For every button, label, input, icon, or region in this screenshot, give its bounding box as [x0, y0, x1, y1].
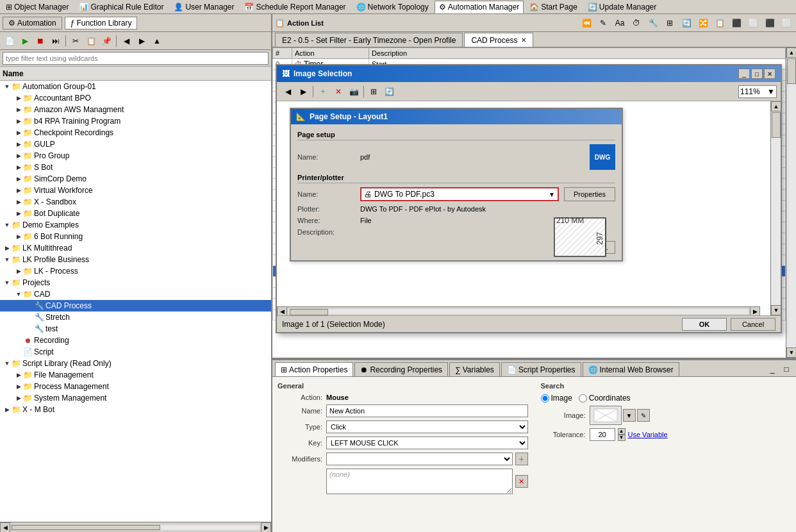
expander-icon[interactable]: ▶ [14, 128, 23, 137]
expander-icon[interactable]: ▼ [3, 278, 12, 287]
expander-icon[interactable]: ▶ [14, 232, 23, 241]
dialog-maximize-btn[interactable]: □ [751, 69, 763, 79]
tree-item-automation-group-01[interactable]: ▼ 📁 Automation Group-01 [0, 81, 271, 92]
expander-icon[interactable]: ▼ [3, 220, 12, 229]
tab-graphical-rule-editor[interactable]: 📊 Graphical Rule Editor [74, 1, 168, 13]
tree-item-simcorp[interactable]: ▶ 📁 SimCorp Demo [0, 173, 271, 185]
left-panel-scrollbar-h[interactable]: ◀ ▶ [0, 522, 271, 532]
expander-icon[interactable]: ▶ [3, 244, 12, 253]
type-select[interactable]: Click [326, 420, 528, 433]
tree-item-file-management[interactable]: ▶ 📁 File Management [0, 369, 271, 381]
action-toolbar-btn5[interactable]: 🔧 [646, 16, 660, 30]
forward-btn[interactable]: ▶ [135, 34, 149, 48]
tab-cad-process[interactable]: CAD Process ✕ [464, 33, 533, 47]
tab-object-manager[interactable]: ⊞ Object Manager [1, 1, 73, 13]
tab-variables[interactable]: ∑ Variables [449, 362, 500, 376]
delete-modifier-btn[interactable]: ✕ [515, 475, 528, 488]
stop-btn[interactable]: ⏹ [33, 34, 47, 48]
expander-icon[interactable]: ▶ [14, 94, 23, 103]
action-toolbar-btn2[interactable]: ✎ [596, 16, 610, 30]
use-variable-link[interactable]: Use Variable [628, 431, 668, 438]
action-toolbar-btn3[interactable]: Aa [613, 16, 627, 30]
dialog-scrollbar-v[interactable]: ▲ ▼ [770, 101, 781, 315]
tree-item-amazon-aws[interactable]: ▶ 📁 Amazon AWS Managment [0, 104, 271, 115]
paste-btn[interactable]: 📌 [99, 34, 113, 48]
dialog-select-btn[interactable]: ⊞ [367, 85, 381, 99]
expander-icon[interactable]: ▶ [14, 174, 23, 183]
tab-e2-filter[interactable]: E2 - 0.5 - Set Filter - Early Timezone -… [275, 33, 463, 47]
expander-icon[interactable]: ▶ [14, 105, 23, 114]
add-modifier-btn[interactable]: + [515, 453, 528, 465]
modifier-text[interactable]: (none) [326, 469, 513, 494]
scroll-left-btn[interactable]: ◀ [0, 522, 10, 533]
expander-icon[interactable]: ▶ [14, 382, 23, 391]
scroll-right-dialog[interactable]: ▶ [750, 306, 760, 316]
copy-btn[interactable]: 📋 [84, 34, 98, 48]
step-btn[interactable]: ⏭ [49, 34, 63, 48]
image-edit-btn[interactable]: ✎ [637, 409, 650, 422]
up-btn[interactable]: ▲ [150, 34, 164, 48]
dialog-cancel-btn[interactable]: Cancel [731, 318, 775, 331]
action-toolbar-btn11[interactable]: ⬜ [746, 16, 760, 30]
tree-item-recording[interactable]: ⏺ Recording [0, 335, 271, 346]
dialog-close-btn[interactable]: ✕ [764, 69, 775, 79]
dialog-delete-btn[interactable]: ✕ [331, 85, 345, 99]
tree-item-cad[interactable]: ▼ 📁 CAD [0, 288, 271, 300]
expander-icon[interactable]: ▶ [14, 267, 23, 276]
run-btn[interactable]: ▶ [18, 34, 32, 48]
tab-function-library[interactable]: ƒ Function Library [65, 17, 138, 29]
tree-item-stretch[interactable]: 🔧 Stretch [0, 312, 271, 323]
dialog-capture-btn[interactable]: 📷 [347, 85, 361, 99]
dialog-main-content[interactable]: 📐 Page Setup - Layout1 Page setup Name: … [277, 101, 770, 315]
expander-icon[interactable]: ▶ [14, 186, 23, 195]
tree-item-script[interactable]: 📄 Script [0, 346, 271, 358]
tree-item-b4-rpa[interactable]: ▶ 📁 b4 RPA Training Program [0, 115, 271, 127]
expander-icon[interactable]: ▶ [14, 370, 23, 379]
tab-automation-manager[interactable]: ⚙ Automation Manager [435, 1, 524, 13]
action-list-scrollbar-v[interactable]: ▲ ▼ [786, 47, 796, 358]
scroll-down-btn[interactable]: ▼ [786, 347, 796, 358]
tree-item-6-bot-running[interactable]: ▶ 📁 6 Bot Running [0, 231, 271, 242]
expander-icon[interactable]: ▼ [3, 359, 12, 368]
modifiers-select[interactable] [326, 453, 513, 465]
dialog-scroll-down[interactable]: ▼ [771, 305, 781, 315]
name-input[interactable] [326, 404, 528, 417]
tree-item-virtual-workforce[interactable]: ▶ 📁 Virtual Workforce [0, 185, 271, 196]
tree-item-system-management[interactable]: ▶ 📁 System Management [0, 392, 271, 404]
dialog-scroll-up[interactable]: ▲ [771, 101, 781, 112]
tree-item-pro-group[interactable]: ▶ 📁 Pro Group [0, 150, 271, 162]
panel-maximize-btn[interactable]: □ [779, 362, 793, 376]
expander-icon[interactable]: ▶ [14, 209, 23, 218]
coords-radio[interactable] [579, 394, 587, 403]
dialog-back-btn[interactable]: ◀ [281, 85, 295, 99]
tree-item-lk-profile-business[interactable]: ▼ 📁 LK Profile Business [0, 254, 271, 265]
filter-input[interactable] [3, 52, 269, 65]
image-radio-label[interactable]: Image [541, 394, 572, 403]
expander-icon[interactable]: ▶ [14, 197, 23, 206]
dialog-ok-btn[interactable]: OK [682, 318, 727, 331]
tab-automation[interactable]: ⚙ Automation [3, 17, 62, 29]
dialog-minimize-btn[interactable]: _ [738, 69, 750, 79]
ps-properties-btn[interactable]: Properties [564, 187, 615, 201]
tab-close-icon[interactable]: ✕ [521, 37, 526, 44]
tree-item-test[interactable]: 🔧 test [0, 323, 271, 335]
tree-item-accountant-bpo[interactable]: ▶ 📁 Accountant BPO [0, 92, 271, 104]
scroll-right-btn[interactable]: ▶ [261, 522, 271, 533]
action-toolbar-btn13[interactable]: ⬜ [779, 16, 793, 30]
panel-minimize-btn[interactable]: _ [765, 362, 779, 376]
expander-icon[interactable]: ▶ [14, 163, 23, 172]
action-toolbar-btn1[interactable]: ⏪ [579, 16, 593, 30]
tolerance-input[interactable] [590, 428, 615, 441]
tab-script-properties[interactable]: 📄 Script Properties [501, 362, 581, 376]
tree-item-bot-duplicate[interactable]: ▶ 📁 Bot Duplicate [0, 208, 271, 219]
tree-item-projects[interactable]: ▼ 📁 Projects [0, 277, 271, 288]
tab-user-manager[interactable]: 👤 User Manager [169, 1, 238, 13]
expander-icon[interactable]: ▶ [14, 394, 23, 403]
action-toolbar-btn12[interactable]: ⬛ [763, 16, 777, 30]
tree-item-x-m-bot[interactable]: ▶ 📁 X - M Bot [0, 404, 271, 415]
scroll-up-btn[interactable]: ▲ [786, 47, 796, 58]
tab-start-page[interactable]: 🏠 Start Page [525, 1, 582, 13]
dialog-scrollbar-h[interactable]: ◀ ▶ [277, 306, 760, 315]
tolerance-up-btn[interactable]: ▲ [618, 428, 626, 435]
tab-action-properties[interactable]: ⊞ Action Properties [275, 362, 353, 376]
